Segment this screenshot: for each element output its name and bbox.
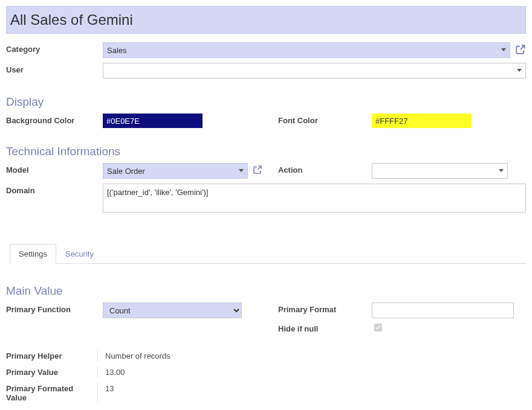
technical-section-heading: Technical Informations	[6, 145, 526, 158]
action-select[interactable]	[372, 163, 508, 179]
tab-security[interactable]: Security	[56, 244, 103, 264]
category-label: Category	[6, 42, 103, 54]
primary-helper-value: Number of records	[98, 350, 170, 362]
domain-label: Domain	[6, 184, 103, 195]
primary-value-value: 13.00	[98, 367, 125, 378]
external-link-icon[interactable]	[253, 165, 262, 179]
main-value-section-heading: Main Value	[6, 284, 526, 298]
primary-function-select[interactable]: Count	[103, 303, 242, 318]
domain-textarea[interactable]: [('partner_id', 'ilike', 'Gemini')]	[103, 184, 526, 213]
action-label: Action	[278, 163, 372, 179]
primary-formatted-label: Primary Formated Value	[6, 383, 98, 403]
primary-format-label: Primary Format	[278, 303, 372, 318]
primary-value-label: Primary Value	[6, 367, 98, 378]
font-color-input[interactable]	[372, 114, 472, 128]
tile-name-input[interactable]	[6, 6, 526, 34]
background-color-label: Background Color	[6, 114, 103, 128]
primary-helper-label: Primary Helper	[6, 350, 98, 362]
model-select[interactable]: Sale Order	[103, 163, 248, 179]
external-link-icon[interactable]	[515, 44, 526, 57]
primary-format-input[interactable]	[372, 303, 514, 318]
primary-function-label: Primary Function	[6, 303, 103, 318]
category-select[interactable]: Sales	[103, 42, 510, 58]
primary-formatted-value: 13	[98, 383, 114, 403]
tab-settings[interactable]: Settings	[10, 244, 56, 264]
model-label: Model	[6, 163, 103, 179]
user-label: User	[6, 63, 103, 74]
background-color-input[interactable]	[103, 114, 203, 128]
display-section-heading: Display	[6, 95, 526, 109]
tabs: Settings Security	[10, 243, 526, 264]
hide-if-null-label: Hide if null	[278, 322, 372, 333]
user-select[interactable]	[103, 63, 526, 78]
hide-if-null-checkbox	[374, 324, 382, 332]
font-color-label: Font Color	[278, 114, 372, 128]
